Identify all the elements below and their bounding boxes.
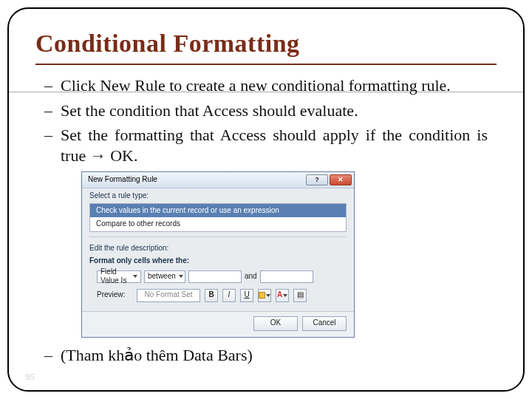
preview-label: Preview: — [97, 290, 132, 300]
chevron-down-icon — [266, 294, 270, 297]
preview-text: No Format Set — [144, 290, 192, 300]
preview-row: Preview: No Format Set B I U A ▤ — [89, 286, 347, 308]
cancel-label: Cancel — [313, 318, 335, 328]
operator-combo[interactable]: between — [144, 270, 185, 283]
format-only-label: Format only cells where the: — [89, 255, 347, 268]
field-value-text: Field Value Is — [100, 267, 130, 286]
italic-button[interactable]: I — [222, 289, 236, 302]
body: Click New Rule to create a new condition… — [9, 65, 523, 365]
underline-button[interactable]: U — [240, 289, 253, 302]
page-number: 95 — [25, 371, 35, 383]
bullet-2: Set the condition that Access should eva… — [61, 100, 488, 121]
preview-box: No Format Set — [137, 289, 200, 302]
bullet-1: Click New Rule to create a new condition… — [61, 75, 488, 96]
italic-icon: I — [228, 290, 231, 300]
bullet-4: (Tham khảo thêm Data Bars) — [61, 345, 488, 366]
rule-description-section: Edit the rule description: Format only c… — [89, 236, 347, 308]
fill-color-button[interactable] — [258, 289, 271, 302]
new-formatting-rule-dialog: New Formatting Rule ? ✕ Select a rule ty… — [81, 171, 355, 338]
underline-icon: U — [244, 290, 249, 300]
dialog-title: New Formatting Rule — [88, 175, 157, 185]
slide-frame: Conditional Formatting Click New Rule to… — [7, 7, 525, 392]
value1-input[interactable] — [188, 270, 242, 283]
chevron-down-icon — [283, 294, 287, 297]
close-button[interactable]: ✕ — [330, 174, 352, 185]
close-icon: ✕ — [338, 176, 344, 184]
window-buttons: ? ✕ — [306, 174, 352, 185]
select-rule-type-label: Select a rule type: — [82, 188, 354, 203]
help-button[interactable]: ? — [306, 174, 328, 185]
fill-color-icon — [259, 292, 265, 299]
edit-rule-description-label: Edit the rule description: — [89, 241, 347, 256]
font-color-icon: A — [277, 290, 282, 300]
bold-icon: B — [208, 290, 214, 300]
cancel-button[interactable]: Cancel — [302, 316, 347, 331]
font-color-button[interactable]: A — [276, 289, 289, 302]
ok-label: OK — [270, 318, 281, 328]
bold-button[interactable]: B — [205, 289, 218, 302]
rule-type-option-selected[interactable]: Check values in the current record or us… — [90, 204, 346, 218]
field-value-combo[interactable]: Field Value Is — [97, 270, 141, 283]
bullet-3: Set the formatting that Access should ap… — [61, 125, 488, 166]
and-label: and — [245, 272, 257, 282]
bars-icon: ▤ — [297, 290, 304, 300]
title-area: Conditional Formatting — [9, 9, 523, 65]
condition-row: Field Value Is between and — [89, 268, 347, 286]
rule-type-option-compare[interactable]: Compare to other records — [90, 217, 346, 231]
rule-type-list[interactable]: Check values in the current record or us… — [89, 203, 347, 232]
conditional-format-extra-button[interactable]: ▤ — [293, 289, 307, 302]
ok-button[interactable]: OK — [253, 316, 298, 331]
operator-text: between — [148, 272, 176, 282]
chevron-down-icon — [133, 275, 137, 278]
page-title: Conditional Formatting — [35, 30, 497, 65]
dialog-footer: OK Cancel — [82, 311, 354, 337]
chevron-down-icon — [179, 275, 183, 278]
value2-input[interactable] — [260, 270, 313, 283]
dialog-titlebar[interactable]: New Formatting Rule ? ✕ — [82, 172, 354, 188]
